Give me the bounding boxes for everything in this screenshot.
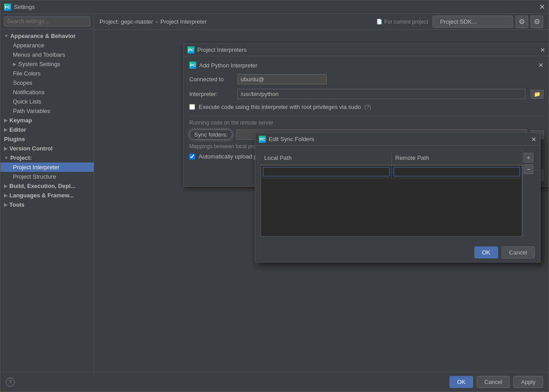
add-row-button[interactable]: + [524,153,533,163]
sidebar-search-input[interactable] [4,17,90,26]
sidebar-item-appearance-behavior[interactable]: ▼ Appearance & Behavior [0,31,94,41]
sync-dialog-title: Edit Sync Folders [269,136,314,142]
breadcrumb-tag-label: For current project [384,19,428,25]
settings-cancel-button[interactable]: Cancel [477,376,510,388]
add-python-close-button[interactable]: ✕ [538,62,544,69]
main-content: Project: gepc-master › Project Interpret… [94,14,549,372]
sidebar-item-notifications[interactable]: Notifications [0,88,94,97]
sidebar-item-label: Plugins [4,136,25,142]
interpreter-browse-button[interactable]: 📁 [531,90,544,99]
sidebar-item-languages-frameworks[interactable]: ▶ Languages & Framew... [0,191,94,200]
sync-dialog-title-left: PC Edit Sync Folders [259,136,314,143]
tree-group-project: ▼ Project: Project Interpreter Project S… [0,153,94,181]
sidebar-item-label: Project Structure [13,173,56,180]
sidebar-item-label: File Colors [13,70,41,77]
sync-table-main: Local Path Remote Path [261,151,522,237]
sidebar: ▼ Appearance & Behavior Appearance Menus… [0,14,94,372]
connected-to-label: Connected to [189,76,234,83]
sync-dialog-close-button[interactable]: ✕ [531,136,537,143]
sidebar-item-appearance[interactable]: Appearance [0,41,94,50]
sidebar-item-label: Appearance [13,42,44,49]
sidebar-item-keymap[interactable]: ▶ Keymap [0,116,94,125]
expand-arrow-icon: ▶ [4,183,8,188]
sidebar-item-label: Keymap [9,117,32,124]
sync-dialog-cancel-button[interactable]: Cancel [502,246,535,259]
sidebar-item-menus-toolbars[interactable]: Menus and Toolbars [0,50,94,59]
sidebar-item-label: Notifications [13,89,45,96]
tree-group-appearance-behavior: ▼ Appearance & Behavior Appearance Menus… [0,31,94,116]
content-area: PC Project Interpreters ✕ PC Add Python … [94,30,549,372]
title-bar: PC Settings ✕ [0,0,549,14]
interpreters-dialog-close-button[interactable]: ✕ [540,46,545,54]
sidebar-item-project-structure[interactable]: Project Structure [0,172,94,181]
sidebar-item-system-settings[interactable]: ▶ System Settings [0,59,94,69]
breadcrumb-current: Project Interpreter [160,18,207,25]
local-path-input[interactable] [263,167,390,176]
running-code-section-header: Running code on the remote server [189,116,544,126]
sync-dialog-icon: PC [259,136,266,143]
breadcrumb: Project: gepc-master › Project Interpret… [94,14,549,30]
running-code-label: Running code on the remote server [189,120,273,126]
sidebar-item-file-colors[interactable]: File Colors [0,69,94,78]
remote-path-cell [392,166,522,178]
execute-help-button[interactable]: (?) [364,104,371,110]
window-close-button[interactable]: ✕ [539,3,545,11]
sidebar-item-version-control[interactable]: ▶ Version Control [0,144,94,153]
sidebar-item-label: Quick Lists [13,98,42,105]
sync-folders-label: Sync folders: [189,129,233,140]
sidebar-item-label: Scopes [13,79,32,86]
sync-table-area: Local Path Remote Path [261,151,535,237]
connected-to-row: Connected to [189,74,544,84]
sidebar-item-label: Build, Execution, Depl... [9,183,75,189]
sync-table-data [261,166,522,236]
col-remote-path-header: Remote Path [392,153,523,163]
settings-button[interactable]: ⚙ [531,16,543,28]
expand-arrow-icon: ▶ [4,127,8,132]
sidebar-item-editor[interactable]: ▶ Editor [0,125,94,134]
sidebar-item-project[interactable]: ▼ Project: [0,153,94,163]
tag-icon: 📄 [376,19,383,25]
settings-bottom-bar: ? OK Cancel Apply [0,372,549,392]
interpreters-dialog-title-bar: PC Project Interpreters ✕ [184,44,549,56]
execute-checkbox-row: Execute code using this interpreter with… [189,104,544,110]
sidebar-item-build-execution[interactable]: ▶ Build, Execution, Depl... [0,181,94,191]
add-python-title: Add Python Interpreter [199,62,258,69]
sidebar-item-label: Tools [9,201,25,208]
pycharm-dialog-icon: PC [187,46,195,54]
sidebar-item-scopes[interactable]: Scopes [0,78,94,88]
expand-arrow-icon: ▶ [4,146,8,151]
add-python-header: PC Add Python Interpreter ✕ [189,62,544,69]
settings-apply-button[interactable]: Apply [513,376,543,388]
gear-button[interactable]: ⚙ [516,16,528,28]
interpreter-value-display: /usr/bin/python [237,89,525,99]
remote-path-input[interactable] [394,167,520,176]
sync-dialog-ok-button[interactable]: OK [474,246,498,259]
sidebar-item-plugins[interactable]: Plugins [0,134,94,144]
table-row [261,166,522,178]
sidebar-item-tools[interactable]: ▶ Tools [0,200,94,209]
settings-window: PC Settings ✕ ▼ Appearance & Behavior Ap… [0,0,549,392]
sidebar-item-label: Project: [10,154,32,161]
execute-checkbox[interactable] [189,104,195,110]
expand-arrow-icon: ▶ [4,193,8,198]
connected-to-input[interactable] [237,74,327,84]
execute-checkbox-label: Execute code using this interpreter with… [199,104,361,110]
sidebar-item-path-variables[interactable]: Path Variables [0,106,94,116]
settings-ok-button[interactable]: OK [449,376,473,388]
breadcrumb-tag: 📄 For current project [376,19,428,25]
pycharm-icon: PC [4,4,11,11]
sidebar-item-quick-lists[interactable]: Quick Lists [0,97,94,106]
sync-dialog-footer: OK Cancel [255,242,540,262]
sidebar-item-label: System Settings [18,61,60,67]
sidebar-item-project-interpreter[interactable]: Project Interpreter [0,163,94,172]
help-icon[interactable]: ? [6,378,15,387]
interpreter-value-text: /usr/bin/python [241,91,279,97]
interpreters-dialog-title: Project Interpreters [197,46,247,53]
add-python-title-area: PC Add Python Interpreter [189,62,258,69]
sidebar-item-label: Languages & Framew... [9,192,74,199]
toolbar-dropdown[interactable]: Project SDK... [433,16,513,28]
add-python-icon: PC [189,62,196,69]
auto-upload-checkbox[interactable] [189,154,195,159]
dialog-title-left: PC Project Interpreters [187,46,247,54]
remove-row-button[interactable]: − [524,164,533,174]
